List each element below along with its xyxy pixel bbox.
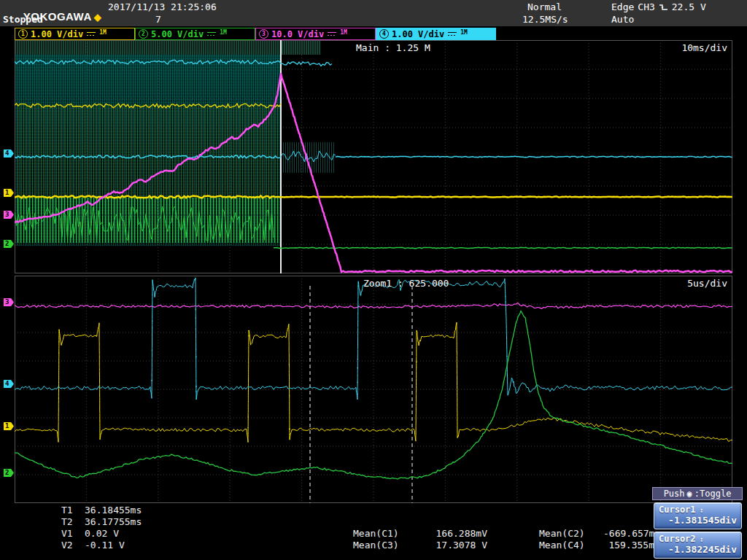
t1-value: 36.18455ms [85,505,142,516]
t1-label: T1 [61,505,85,516]
channel1-ground-marker: 1 [4,189,14,197]
dc-coupling-icon [327,31,337,37]
channel4-ground-marker: 4 [4,149,14,158]
cursor-v1-readout: V10.02 V [61,528,119,539]
v1-value: 0.02 V [85,528,119,539]
cursor2-softkey[interactable]: Cursor2↕ -1.382245div [654,532,742,559]
channel2-impedance: 1M [220,29,227,36]
t2-value: 36.17755ms [85,516,142,527]
mean-c4-readout: Mean(C4)159.355m [539,540,654,551]
channel4-scale: 1.00 V/div [392,29,444,39]
main-waveform-window: Main : 1.25 M 10ms/div [15,40,732,273]
mean-c2-readout: Mean(C2)-669.657m [539,528,654,539]
zoom-waveform-plot [15,276,732,503]
cursor1-label: Cursor1 [659,505,696,515]
channel3-number-icon: 3 [259,29,268,39]
cursor2-value: -1.382245div [659,544,737,555]
main-waveform-plot [15,40,732,273]
channel2-box[interactable]: 2 5.00 V/div 1M [135,28,255,40]
zoom-window-label: Zoom1 : 625.000 [363,278,449,289]
cursor-t2-readout: T236.17755ms [61,516,142,527]
v1-label: V1 [61,528,85,539]
mean-c4-value: 159.355m [603,540,654,551]
mean-c1-value: 166.288mV [417,528,487,539]
dc-coupling-icon [86,31,96,37]
cursor-v2-readout: V2-0.11 V [61,540,125,551]
channel1-scale: 1.00 V/div [31,29,83,39]
mean-c2-value: -669.657m [603,528,654,539]
channel2-ground-marker: 2 [4,240,14,248]
mean-c3-readout: Mean(C3)17.3078 V [353,540,487,551]
acquisition-mode: Normal [527,2,562,12]
push-label: Push [664,489,685,499]
toggle-label: :Toggle [694,489,732,499]
channel4-ground-marker: 4 [4,380,14,388]
trigger-level: 22.5 V [672,2,706,12]
channel3-ground-marker: 3 [4,298,14,306]
header-bar: YOKOGAWA◆ Stopped 2017/11/13 21:25:06 7 … [0,0,747,26]
cursor1-softkey[interactable]: Cursor1↕ -1.381545div [654,502,742,529]
sample-rate: 12.5MS/s [522,15,568,25]
dc-coupling-icon [206,31,217,37]
v2-label: V2 [61,540,85,551]
trigger-settings: Edge CH3 22.5 V [611,2,706,12]
oscilloscope-screen: YOKOGAWA◆ Stopped 2017/11/13 21:25:06 7 … [0,0,747,560]
mean-c1-readout: Mean(C1)166.288mV [353,528,487,539]
dc-coupling-icon [447,31,457,37]
main-window-label: Main : 1.25 M [356,42,430,53]
channel1-impedance: 1M [99,29,107,36]
mean-c3-value: 17.3078 V [417,540,487,551]
cursor-t1-readout: T136.18455ms [61,505,142,516]
channel4-number-icon: 4 [379,29,389,39]
acquisition-status: Stopped [3,15,43,25]
channel3-impedance: 1M [340,29,347,36]
knob-icon: ◉ [687,489,692,499]
push-toggle-hint[interactable]: Push ◉ :Toggle [652,487,743,500]
updown-arrows-icon: ↕ [700,535,704,543]
falling-edge-icon [659,4,668,12]
channel2-number-icon: 2 [139,29,148,39]
main-timebase: 10ms/div [681,42,727,53]
trigger-source: CH3 [638,2,654,12]
t2-label: T2 [61,516,85,527]
channel3-ground-marker: 3 [4,211,14,219]
channel4-box[interactable]: 4 1.00 V/div 1M [376,28,496,40]
channel3-box[interactable]: 3 10.0 V/div 1M [255,28,376,40]
channel1-number-icon: 1 [18,29,28,39]
mean-c1-label: Mean(C1) [353,528,417,539]
datetime-label: 2017/11/13 21:25:06 [108,2,217,12]
mean-c3-label: Mean(C3) [353,540,417,551]
channel3-scale: 10.0 V/div [271,29,324,39]
trigger-auto-mode: Auto [611,15,634,25]
mean-c2-label: Mean(C2) [539,528,603,539]
v2-value: -0.11 V [85,540,125,551]
channel4-impedance: 1M [460,29,468,36]
brand-diamond-icon: ◆ [94,12,102,23]
trigger-type: Edge [611,2,634,12]
channel2-scale: 5.00 V/div [151,29,204,39]
channel1-ground-marker: 1 [4,422,14,430]
zoom-waveform-window: Zoom1 : 625.000 5us/div [15,276,732,503]
mean-c4-label: Mean(C4) [539,540,603,551]
channel2-ground-marker: 2 [4,469,14,477]
cursor1-value: -1.381545div [659,515,737,526]
zoom-timebase: 5us/div [687,278,727,289]
channel1-box[interactable]: 1 1.00 V/div 1M [15,28,135,40]
updown-arrows-icon: ↕ [700,506,704,514]
cursor2-label: Cursor2 [659,534,696,544]
acquisition-count: 7 [155,15,161,25]
